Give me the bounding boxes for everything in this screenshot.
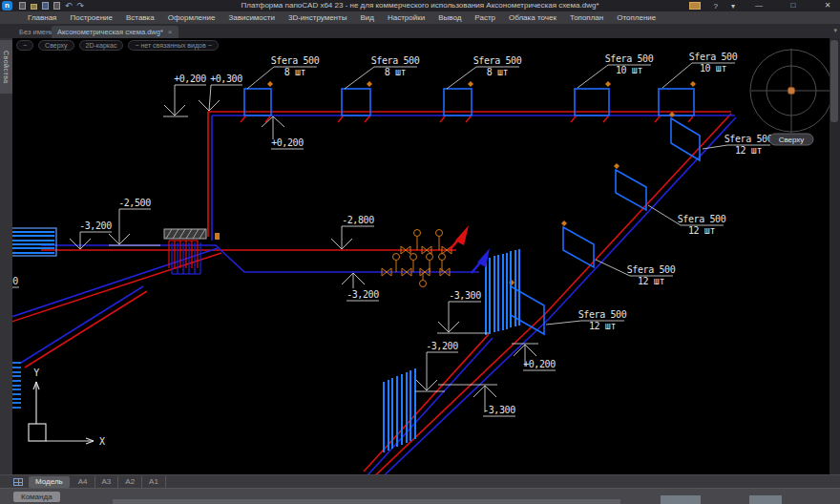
vertical-scrollbar[interactable] — [830, 38, 840, 474]
viewport-view-button[interactable]: Сверху — [38, 40, 74, 51]
valve-station[interactable] — [382, 230, 452, 287]
coil-radiator-center[interactable] — [486, 249, 519, 335]
titlebar-right: ? ▾ — □ ✕ — [689, 0, 838, 11]
level-mark: -3,300 — [438, 385, 515, 416]
layout-grid-icon[interactable] — [13, 478, 23, 486]
wheel-center-dot[interactable] — [788, 87, 795, 94]
nanocad-window: n ↶ ↷ Платформа nanoCAD x64 23 - не для … — [0, 0, 840, 504]
svg-text:-3,300: -3,300 — [483, 405, 515, 415]
callout: Sfera 500 10 шт — [578, 53, 654, 88]
ucs-x-label: X — [99, 436, 105, 447]
callout: Sfera 500 10 шт — [662, 52, 738, 88]
minimize-button[interactable]: — — [748, 0, 769, 11]
tab-a2[interactable]: A2 — [118, 476, 142, 488]
level-mark: -3,200 — [415, 341, 458, 391]
svg-text:Sfera 500: Sfera 500 — [473, 55, 522, 66]
command-prompt[interactable]: Команда — [13, 492, 60, 502]
menu-rastr[interactable]: Растр — [468, 11, 502, 25]
drawing-canvas[interactable]: +0,200 +0,300 +0,200 -2,500 — [12, 38, 830, 474]
statusbar-fragment — [749, 495, 782, 504]
tab-a3[interactable]: A3 — [95, 476, 119, 488]
svg-text:300: 300 — [12, 276, 18, 286]
svg-text:8 шт: 8 шт — [385, 67, 407, 77]
document-tab-bar: Без имени0 Аксонометрическая схема.dwg*×… — [0, 25, 840, 38]
menu-oblaka-tochek[interactable]: Облака точек — [502, 11, 563, 25]
flow-arrow-supply — [449, 225, 469, 251]
level-mark: +0,200 — [262, 116, 304, 149]
svg-text:+0,300: +0,300 — [210, 74, 242, 84]
menu-zavisimosti[interactable]: Зависимости — [221, 11, 282, 25]
svg-text:12 шт: 12 шт — [638, 276, 664, 286]
menu-otoplenie[interactable]: Отопление — [610, 11, 662, 25]
title-bar: n ↶ ↷ Платформа nanoCAD x64 23 - не для … — [0, 0, 840, 11]
flow-arrow-return — [472, 248, 490, 273]
svg-text:Сверху: Сверху — [779, 136, 805, 144]
statusbar-fragment — [661, 495, 701, 504]
viewport-visual-style-button[interactable]: 2D-каркас — [79, 40, 124, 51]
menu-postroenie[interactable]: Построение — [63, 11, 119, 25]
callout: Sfera 500 12 шт — [546, 309, 627, 331]
svg-text:-3,200: -3,200 — [79, 220, 112, 231]
menu-vstavka[interactable]: Вставка — [119, 11, 161, 25]
doc-tab-label: Аксонометрическая схема.dwg* — [57, 28, 163, 36]
scrollbar-thumb[interactable] — [830, 40, 838, 122]
svg-text:-2,800: -2,800 — [342, 215, 374, 225]
help-button[interactable]: ? — [714, 2, 718, 10]
close-button[interactable]: ✕ — [817, 0, 838, 11]
close-tab-icon[interactable]: × — [168, 28, 173, 36]
viewport-controls: − Сверху 2D-каркас − нет связанных видов… — [16, 40, 219, 51]
svg-text:Sfera 500: Sfera 500 — [689, 52, 738, 62]
menu-vyvod[interactable]: Вывод — [431, 11, 468, 25]
viewport-collapse-button[interactable]: − — [16, 40, 33, 51]
svg-text:+0,200: +0,200 — [523, 359, 556, 369]
callout: Sfera 500 8 шт — [447, 55, 522, 89]
svg-text:Sfera 500: Sfera 500 — [271, 55, 320, 66]
viewport-linked-views-button[interactable]: − нет связанных видов − — [128, 40, 218, 51]
svg-text:Sfera 500: Sfera 500 — [578, 309, 627, 320]
level-mark: 300 — [12, 276, 19, 287]
svg-text:-3,300: -3,300 — [449, 290, 481, 301]
callout: Sfera 500 8 шт — [247, 55, 320, 89]
help-dropdown-icon[interactable]: ▾ — [731, 2, 735, 10]
svg-text:Sfera 500: Sfera 500 — [724, 134, 773, 144]
callout: Sfera 500 12 шт — [703, 134, 773, 156]
doc-tab-active[interactable]: Аксонометрическая схема.dwg*× — [52, 26, 178, 38]
tab-a4[interactable]: A4 — [72, 476, 95, 488]
callout: Sfera 500 8 шт — [345, 55, 420, 89]
menu-glavnaya[interactable]: Главная — [21, 11, 63, 25]
navigation-wheel[interactable]: Сверху — [750, 49, 830, 145]
manifold-radiator-left[interactable] — [12, 228, 56, 256]
tab-a1[interactable]: A1 — [142, 476, 166, 488]
radiators-diagonal-run[interactable] — [511, 118, 700, 334]
coil-radiator-bottom-left[interactable] — [12, 363, 21, 408]
svg-text:Sfera 500: Sfera 500 — [371, 55, 420, 66]
layout-tab-bar: Модель A4 A3 A2 A1 — [0, 474, 840, 489]
ribbon-toggle-icon[interactable] — [689, 2, 701, 10]
menu-vid[interactable]: Вид — [353, 11, 380, 25]
tab-overflow-icon[interactable]: ▾ — [833, 27, 837, 34]
tab-model[interactable]: Модель — [29, 476, 70, 488]
maximize-button[interactable]: □ — [783, 0, 804, 11]
menu-topoplan[interactable]: Топоплан — [563, 11, 610, 25]
ucs-y-label: Y — [33, 368, 39, 378]
axonometric-scheme: +0,200 +0,300 +0,200 -2,500 — [12, 38, 830, 474]
menu-nastroyki[interactable]: Настройки — [381, 11, 431, 25]
level-mark: -3,300 — [437, 290, 489, 333]
properties-panel-tab[interactable]: Свойства — [0, 40, 12, 94]
valve-icon — [215, 233, 220, 240]
svg-text:10 шт: 10 шт — [616, 65, 642, 75]
svg-text:12 шт: 12 шт — [735, 145, 762, 156]
svg-text:8 шт: 8 шт — [284, 67, 306, 77]
level-mark: +0,200 — [163, 74, 206, 116]
svg-text:Sfera 500: Sfera 500 — [605, 53, 654, 64]
svg-text:-3,200: -3,200 — [426, 341, 458, 351]
svg-text:10 шт: 10 шт — [700, 63, 726, 74]
ucs-icon: Y X — [29, 368, 105, 447]
menu-3d-instrumenty[interactable]: 3D-инструменты — [282, 11, 354, 25]
level-mark: -3,200 — [342, 273, 379, 301]
svg-text:8 шт: 8 шт — [487, 67, 509, 77]
menu-oformlenie[interactable]: Оформление — [161, 11, 222, 25]
level-mark: -2,800 — [331, 215, 374, 249]
svg-text:12 шт: 12 шт — [589, 321, 616, 331]
svg-text:+0,200: +0,200 — [174, 74, 206, 84]
